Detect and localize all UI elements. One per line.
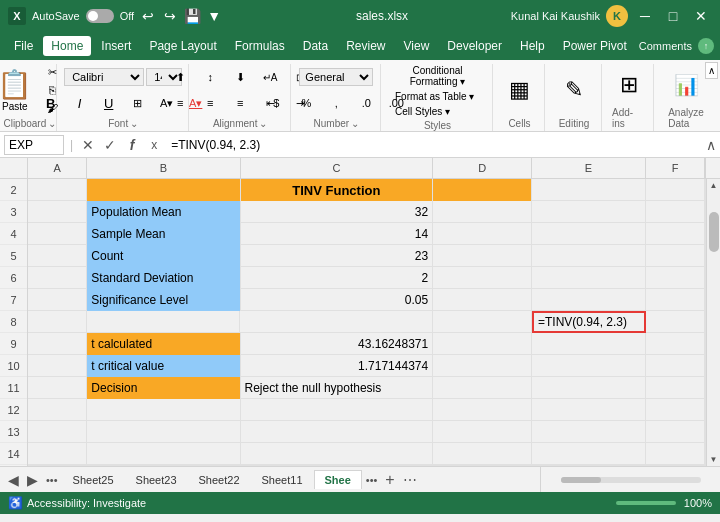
cell-f4[interactable]	[646, 223, 705, 245]
sheet-tab-sheet22[interactable]: Sheet22	[188, 470, 251, 489]
cancel-formula-icon[interactable]: ✕	[79, 137, 97, 153]
cell-d4[interactable]	[433, 223, 532, 245]
cell-reference-input[interactable]	[4, 135, 64, 155]
cell-d10[interactable]	[433, 355, 532, 377]
horizontal-scrollbar[interactable]	[540, 467, 720, 493]
italic-button[interactable]: I	[66, 95, 94, 111]
cell-c12[interactable]	[241, 399, 434, 421]
sheet-tab-sheet25[interactable]: Sheet25	[62, 470, 125, 489]
sheet-tab-sheet11[interactable]: Sheet11	[251, 470, 314, 489]
row-num-6[interactable]: 6	[0, 267, 27, 289]
align-middle-button[interactable]: ↕	[196, 69, 224, 85]
cell-b3[interactable]: Population Mean	[87, 201, 240, 223]
cell-e9[interactable]	[532, 333, 646, 355]
autosave-toggle[interactable]	[86, 9, 114, 23]
menu-review[interactable]: Review	[338, 36, 393, 56]
cell-b5[interactable]: Count	[87, 245, 240, 267]
cell-f11[interactable]	[646, 377, 705, 399]
col-header-e[interactable]: E	[532, 158, 646, 178]
menu-insert[interactable]: Insert	[93, 36, 139, 56]
ribbon-collapse-button[interactable]: ∧	[705, 62, 718, 79]
row-num-13[interactable]: 13	[0, 421, 27, 443]
cell-a12[interactable]	[28, 399, 87, 421]
cell-c5[interactable]: 23	[241, 245, 434, 267]
comma-button[interactable]: ,	[322, 95, 350, 111]
row-num-14[interactable]: 14	[0, 443, 27, 465]
paste-button[interactable]: 📋 Paste	[0, 64, 37, 116]
cell-e7[interactable]	[532, 289, 646, 311]
cell-f6[interactable]	[646, 267, 705, 289]
save-icon[interactable]: 💾	[184, 8, 200, 24]
cell-c2[interactable]: TINV Function	[241, 179, 434, 201]
cell-styles-button[interactable]: Cell Styles ▾	[391, 105, 454, 118]
add-sheet-button[interactable]: +	[381, 471, 398, 489]
cell-d7[interactable]	[433, 289, 532, 311]
cell-b11[interactable]: Decision	[87, 377, 240, 399]
cell-c3[interactable]: 32	[241, 201, 434, 223]
cell-f13[interactable]	[646, 421, 705, 443]
cell-b6[interactable]: Standard Deviation	[87, 267, 240, 289]
cell-d5[interactable]	[433, 245, 532, 267]
undo-icon[interactable]: ↩	[140, 8, 156, 24]
cell-b12[interactable]	[87, 399, 240, 421]
cell-f10[interactable]	[646, 355, 705, 377]
cell-d3[interactable]	[433, 201, 532, 223]
tab-more-left[interactable]: •••	[42, 474, 62, 486]
cell-e10[interactable]	[532, 355, 646, 377]
sheet-options-button[interactable]: ⋯	[399, 472, 421, 488]
cell-c9[interactable]: 43.16248371	[241, 333, 434, 355]
cell-b7[interactable]: Significance Level	[87, 289, 240, 311]
cell-d12[interactable]	[433, 399, 532, 421]
col-header-d[interactable]: D	[433, 158, 532, 178]
scroll-up-button[interactable]: ▲	[708, 179, 720, 192]
cell-a6[interactable]	[28, 267, 87, 289]
align-center-button[interactable]: ≡	[196, 95, 224, 111]
cell-f14[interactable]	[646, 443, 705, 465]
cell-a11[interactable]	[28, 377, 87, 399]
border-button[interactable]: ⊞	[124, 95, 152, 111]
cell-d9[interactable]	[433, 333, 532, 355]
menu-formulas[interactable]: Formulas	[227, 36, 293, 56]
row-num-11[interactable]: 11	[0, 377, 27, 399]
align-left-button[interactable]: ≡	[166, 95, 194, 111]
row-num-5[interactable]: 5	[0, 245, 27, 267]
cell-e2[interactable]	[532, 179, 646, 201]
cell-b10[interactable]: t critical value	[87, 355, 240, 377]
menu-page-layout[interactable]: Page Layout	[141, 36, 224, 56]
row-num-2[interactable]: 2	[0, 179, 27, 201]
cell-b8[interactable]	[87, 311, 240, 333]
cell-a7[interactable]	[28, 289, 87, 311]
row-num-7[interactable]: 7	[0, 289, 27, 311]
user-avatar[interactable]: K	[606, 5, 628, 27]
zoom-slider[interactable]	[616, 501, 676, 505]
cell-c14[interactable]	[241, 443, 434, 465]
cell-c11[interactable]: Reject the null hypothesis	[241, 377, 434, 399]
menu-home[interactable]: Home	[43, 36, 91, 56]
cell-f8[interactable]	[646, 311, 705, 333]
row-num-4[interactable]: 4	[0, 223, 27, 245]
menu-file[interactable]: File	[6, 36, 41, 56]
cell-e13[interactable]	[532, 421, 646, 443]
vertical-scrollbar[interactable]: ▲ ▼	[706, 179, 720, 466]
menu-view[interactable]: View	[396, 36, 438, 56]
cell-e8[interactable]: =TINV(0.94, 2.3)	[532, 311, 646, 333]
row-num-10[interactable]: 10	[0, 355, 27, 377]
clipboard-expand-icon[interactable]: ⌄	[48, 118, 56, 129]
menu-developer[interactable]: Developer	[439, 36, 510, 56]
cell-e4[interactable]	[532, 223, 646, 245]
cell-c13[interactable]	[241, 421, 434, 443]
cell-e14[interactable]	[532, 443, 646, 465]
share-icon[interactable]: ↑	[698, 38, 714, 54]
cell-e3[interactable]	[532, 201, 646, 223]
scrollbar-thumb[interactable]	[709, 212, 719, 252]
cell-d13[interactable]	[433, 421, 532, 443]
maximize-button[interactable]: □	[662, 5, 684, 27]
row-num-8[interactable]: 8	[0, 311, 27, 333]
percent-button[interactable]: %	[292, 95, 320, 111]
cell-c4[interactable]: 14	[241, 223, 434, 245]
font-expand-icon[interactable]: ⌄	[130, 118, 138, 129]
format-as-table-button[interactable]: Format as Table ▾	[391, 90, 478, 103]
alignment-expand-icon[interactable]: ⌄	[259, 118, 267, 129]
wrap-text-button[interactable]: ↵A	[256, 69, 284, 85]
h-scrollbar-thumb[interactable]	[561, 477, 601, 483]
